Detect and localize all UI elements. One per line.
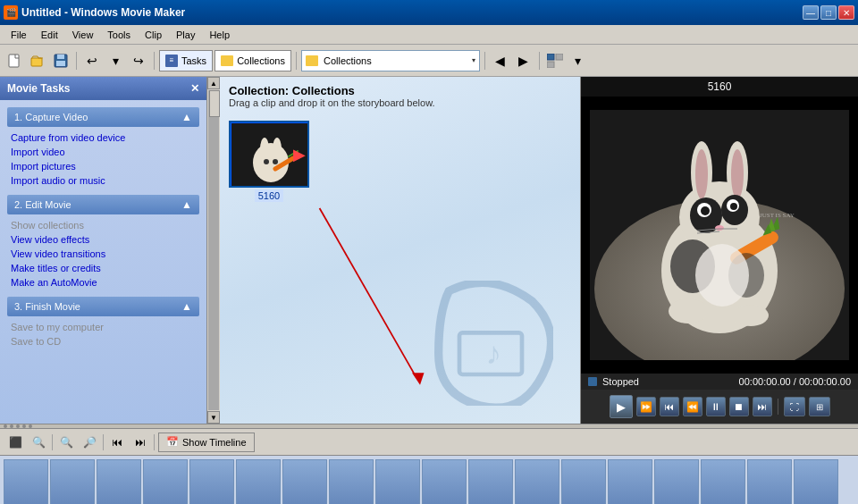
toolbar-sep-5 xyxy=(539,52,540,70)
storyboard-cell[interactable] xyxy=(747,459,792,504)
step-forward-button[interactable]: ⏭ xyxy=(753,397,772,416)
svg-point-41 xyxy=(669,298,708,323)
svg-point-33 xyxy=(715,225,724,231)
redo-button[interactable]: ↪ xyxy=(128,50,149,71)
undo-button[interactable]: ↩ xyxy=(81,50,103,71)
storyboard-cell[interactable] xyxy=(608,459,652,504)
view-dropdown[interactable]: ▾ xyxy=(568,50,589,71)
import-pictures-link[interactable]: Import pictures xyxy=(7,159,199,173)
save-button[interactable] xyxy=(50,50,72,71)
show-timeline-button[interactable]: 📅 Show Timeline xyxy=(158,433,255,452)
finish-movie-section: 3. Finish Movie ▲ Save to my computer Sa… xyxy=(7,297,199,349)
scroll-up-button[interactable]: ▲ xyxy=(207,77,220,89)
storyboard-cell[interactable] xyxy=(236,459,281,504)
storyboard-cell[interactable] xyxy=(468,459,513,504)
tasks-tab[interactable]: ≡ Tasks xyxy=(159,50,213,71)
stop-button[interactable]: ⏹ xyxy=(729,397,749,416)
capture-from-device-link[interactable]: Capture from video device xyxy=(7,130,199,145)
edit-movie-title: 2. Edit Movie xyxy=(14,199,72,210)
collection-content: ▶ 5160 ♪ xyxy=(220,112,580,424)
capture-video-title: 1. Capture Video xyxy=(14,112,88,122)
storyboard xyxy=(0,456,858,504)
menu-file[interactable]: File xyxy=(4,28,34,42)
window-title: Untitled - Windows Movie Maker xyxy=(21,6,185,19)
menu-play[interactable]: Play xyxy=(169,28,202,42)
svg-point-25 xyxy=(695,149,708,199)
show-collections-link[interactable]: Show collections xyxy=(7,218,199,232)
import-audio-link[interactable]: Import audio or music xyxy=(7,173,199,188)
rewind-button[interactable]: ⏮ xyxy=(660,397,679,416)
scroll-thumb[interactable] xyxy=(209,90,220,117)
edit-movie-header[interactable]: 2. Edit Movie ▲ xyxy=(7,195,199,214)
storyboard-cell[interactable] xyxy=(515,459,559,504)
make-titles-link[interactable]: Make titles or credits xyxy=(7,261,199,275)
undo-dropdown[interactable]: ▾ xyxy=(105,50,126,71)
svg-rect-3 xyxy=(57,55,64,59)
storyboard-cell[interactable] xyxy=(794,459,838,504)
minimize-button[interactable]: — xyxy=(803,5,819,20)
menu-tools[interactable]: Tools xyxy=(100,28,138,42)
storyboard-cell[interactable] xyxy=(422,459,467,504)
previous-frame-button[interactable]: ⏮ xyxy=(107,433,127,452)
open-button[interactable] xyxy=(27,50,48,71)
collection-header: Collection: Collections Drag a clip and … xyxy=(220,77,580,112)
divider-grip xyxy=(0,424,32,428)
step-back-button[interactable]: ⏪ xyxy=(683,397,702,416)
storyboard-cell[interactable] xyxy=(50,459,95,504)
fast-forward-button[interactable]: ⏩ xyxy=(636,397,656,416)
storyboard-cell[interactable] xyxy=(189,459,234,504)
scroll-track xyxy=(208,90,219,410)
storyboard-cell[interactable] xyxy=(282,459,327,504)
save-to-cd-link[interactable]: Save to CD xyxy=(7,334,199,349)
storyboard-back-button[interactable]: ⬛ xyxy=(5,433,25,452)
menu-clip[interactable]: Clip xyxy=(138,28,169,42)
storyboard-cell[interactable] xyxy=(329,459,374,504)
forward-button[interactable]: ▶ xyxy=(513,50,534,71)
view-video-transitions-link[interactable]: View video transitions xyxy=(7,247,199,261)
titlebar-buttons: — □ ✕ xyxy=(803,5,854,20)
collection-dropdown-value: Collections xyxy=(324,55,468,66)
view-toggle-button[interactable] xyxy=(544,50,566,71)
fullscreen-button[interactable]: ⛶ xyxy=(784,397,805,416)
zoom-in-button[interactable]: 🔎 xyxy=(80,433,99,452)
clip-item-5160[interactable]: ▶ 5160 xyxy=(229,121,309,202)
pause-button[interactable]: ⏸ xyxy=(706,397,726,416)
next-frame-button[interactable]: ⏭ xyxy=(130,433,150,452)
play-button[interactable]: ▶ xyxy=(610,395,633,418)
panel-close-button[interactable]: ✕ xyxy=(190,82,199,95)
save-to-computer-link[interactable]: Save to my computer xyxy=(7,320,199,334)
capture-video-section: 1. Capture Video ▲ Capture from video de… xyxy=(7,107,199,188)
menu-help[interactable]: Help xyxy=(202,28,237,42)
collections-tab[interactable]: Collections xyxy=(214,50,291,71)
menu-edit[interactable]: Edit xyxy=(34,28,65,42)
capture-video-header[interactable]: 1. Capture Video ▲ xyxy=(7,107,199,127)
storyboard-cell[interactable] xyxy=(375,459,420,504)
storyboard-cell[interactable] xyxy=(561,459,606,504)
storyboard-cell[interactable] xyxy=(701,459,745,504)
split-button[interactable]: ⊞ xyxy=(809,397,830,416)
finish-movie-header[interactable]: 3. Finish Movie ▲ xyxy=(7,297,199,316)
preview-image: JUST IS SAY xyxy=(590,110,849,360)
zoom-out-button[interactable]: 🔍 xyxy=(56,433,76,452)
view-video-effects-link[interactable]: View video effects xyxy=(7,232,199,247)
storyboard-cell[interactable] xyxy=(97,459,141,504)
storyboard-cell[interactable] xyxy=(4,459,48,504)
storyboard-search-button[interactable]: 🔍 xyxy=(29,433,48,452)
toolbar-sep-2 xyxy=(154,52,155,70)
scroll-down-button[interactable]: ▼ xyxy=(207,411,220,424)
menu-view[interactable]: View xyxy=(65,28,101,42)
svg-rect-0 xyxy=(9,55,19,67)
storyboard-cell[interactable] xyxy=(143,459,188,504)
controls-sep xyxy=(778,399,778,415)
make-automovie-link[interactable]: Make an AutoMovie xyxy=(7,275,199,290)
preview-status: Stopped 00:00:00.00 / 00:00:00.00 xyxy=(581,374,858,390)
back-button[interactable]: ◀ xyxy=(490,50,511,71)
import-video-link[interactable]: Import video xyxy=(7,145,199,159)
collection-dropdown[interactable]: Collections ▾ xyxy=(301,50,480,71)
maximize-button[interactable]: □ xyxy=(820,5,837,20)
svg-point-31 xyxy=(701,206,710,215)
new-button[interactable] xyxy=(4,50,25,71)
close-button[interactable]: ✕ xyxy=(838,5,854,20)
left-panel-scrollbar[interactable]: ▲ ▼ xyxy=(207,77,220,424)
storyboard-cell[interactable] xyxy=(654,459,699,504)
